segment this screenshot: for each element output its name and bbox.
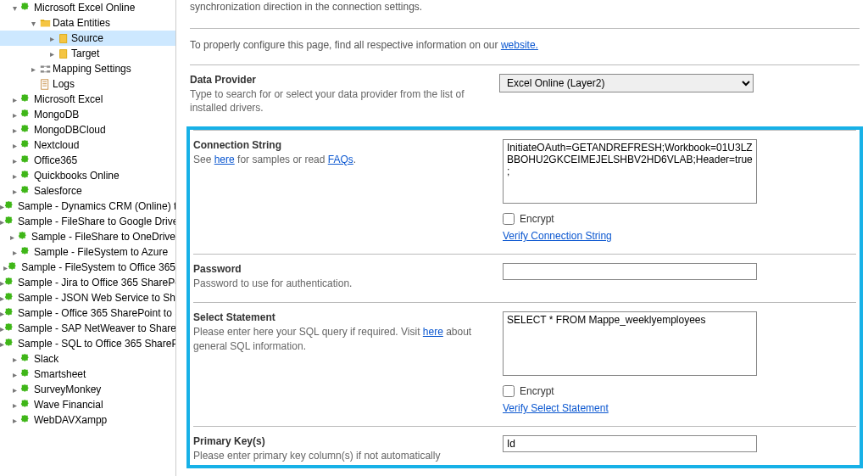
- chevron-right-icon[interactable]: ▸: [8, 156, 20, 165]
- chevron-down-icon[interactable]: ▾: [27, 19, 39, 28]
- tree-item-connector[interactable]: ▸Sample - FileSystem to Azure: [0, 244, 175, 260]
- tree-item-source[interactable]: ▸ Source: [0, 31, 175, 46]
- primary-key-input[interactable]: [503, 435, 757, 452]
- select-statement-input[interactable]: [503, 311, 757, 376]
- chevron-right-icon[interactable]: ▸: [8, 110, 20, 120]
- select-encrypt-checkbox[interactable]: [503, 385, 515, 397]
- section-connection-string: Connection String See here for samples o…: [193, 130, 856, 254]
- verify-connection-link[interactable]: Verify Connection String: [503, 230, 612, 242]
- chevron-right-icon[interactable]: ▸: [8, 370, 20, 379]
- chevron-right-icon[interactable]: ▸: [8, 187, 20, 196]
- website-link[interactable]: website.: [501, 39, 538, 51]
- chevron-right-icon[interactable]: ▸: [8, 385, 20, 395]
- puzzle-icon: [20, 353, 32, 365]
- tree-item-connector[interactable]: ▸Sample - FileSystem to Office 365: [0, 260, 175, 275]
- tree-item-target[interactable]: ▸ Target: [0, 46, 175, 61]
- puzzle-icon: [20, 399, 32, 411]
- select-title: Select Statement: [193, 311, 486, 323]
- tree-label: Quickbooks Online: [32, 170, 120, 182]
- datasource-icon: [58, 48, 70, 59]
- tree-item-connector[interactable]: ▸MongoDB: [0, 107, 175, 122]
- tree-label: Sample - SAP NetWeaver to SharePoint: [16, 322, 176, 334]
- svg-rect-2: [40, 65, 43, 67]
- nav-tree: ▾ Microsoft Excel Online ▾ Data Entities…: [0, 0, 176, 476]
- tree-item-connector[interactable]: ▸Sample - FileShare to Google Drive: [0, 214, 175, 229]
- connection-string-title: Connection String: [193, 139, 486, 151]
- puzzle-icon: [20, 124, 32, 136]
- select-here-link[interactable]: here: [423, 326, 443, 338]
- tree-label: Logs: [51, 78, 75, 90]
- verify-select-link[interactable]: Verify Select Statement: [503, 402, 609, 414]
- pk-desc: Please enter primary key column(s) if no…: [193, 449, 486, 462]
- tree-item-connector[interactable]: ▸Nextcloud: [0, 137, 175, 153]
- chevron-right-icon[interactable]: ▸: [46, 49, 58, 59]
- chevron-right-icon[interactable]: ▸: [8, 171, 20, 181]
- chevron-right-icon[interactable]: ▸: [8, 95, 20, 104]
- conn-here-link[interactable]: here: [214, 154, 235, 165]
- data-provider-title: Data Provider: [190, 74, 482, 86]
- tree-item-connector[interactable]: ▸Salesforce: [0, 183, 175, 199]
- select-desc: Please enter here your SQL query if requ…: [193, 325, 486, 352]
- puzzle-icon: [20, 170, 32, 182]
- chevron-right-icon[interactable]: ▸: [8, 416, 20, 425]
- section-password: Password Password to use for authenticat…: [193, 254, 856, 302]
- datasource-icon: [58, 32, 70, 44]
- tree-item-connector[interactable]: ▸Quickbooks Online: [0, 168, 175, 183]
- tree-item-connector[interactable]: ▸Slack: [0, 351, 175, 367]
- section-primary-key: Primary Key(s) Please enter primary key …: [193, 426, 856, 464]
- tree-item-logs[interactable]: Logs: [0, 76, 175, 92]
- tree-item-connector[interactable]: ▸Sample - FileShare to OneDrive: [0, 229, 175, 244]
- svg-rect-0: [59, 34, 66, 42]
- password-input[interactable]: [503, 263, 757, 280]
- tree-item-connector[interactable]: ▸WebDAVXampp: [0, 412, 175, 428]
- svg-rect-3: [47, 65, 50, 67]
- tree-item-excel-online[interactable]: ▾ Microsoft Excel Online: [0, 0, 175, 15]
- puzzle-icon: [20, 368, 32, 380]
- puzzle-icon: [20, 2, 32, 14]
- chevron-right-icon[interactable]: ▸: [46, 34, 58, 43]
- connection-string-input[interactable]: [503, 139, 757, 204]
- conn-encrypt-label: Encrypt: [520, 213, 554, 225]
- puzzle-icon: [20, 139, 32, 151]
- puzzle-icon: [4, 338, 16, 350]
- puzzle-icon: [20, 109, 32, 120]
- tree-item-connector[interactable]: ▸Sample - SAP NetWeaver to SharePoint: [0, 321, 175, 336]
- tree-item-connector[interactable]: ▸Wave Financial: [0, 397, 175, 412]
- tree-label: Sample - FileShare to OneDrive: [30, 231, 175, 243]
- tree-item-connector[interactable]: ▸Office365: [0, 153, 175, 168]
- tree-item-connector[interactable]: ▸Sample - JSON Web Service to SharePoint: [0, 290, 175, 305]
- chevron-right-icon[interactable]: ▸: [8, 400, 20, 410]
- tree-item-connector[interactable]: ▸Sample - Dynamics CRM (Online) to Share…: [0, 199, 175, 214]
- puzzle-icon: [4, 216, 16, 227]
- tree-item-connector[interactable]: ▸Smartsheet: [0, 367, 175, 382]
- chevron-right-icon[interactable]: ▸: [8, 126, 20, 135]
- chevron-right-icon[interactable]: ▸: [27, 64, 39, 74]
- tree-item-connector[interactable]: ▸SurveyMonkey: [0, 382, 175, 397]
- puzzle-icon: [20, 414, 32, 426]
- chevron-right-icon[interactable]: ▸: [8, 355, 20, 364]
- tree-label: Sample - FileShare to Google Drive: [16, 216, 176, 227]
- section-data-provider: Data Provider Type to search for or sele…: [190, 64, 860, 126]
- chevron-right-icon[interactable]: ▸: [8, 141, 20, 150]
- website-info: To properly configure this page, find al…: [190, 28, 860, 64]
- tree-item-connector[interactable]: ▸Sample - Jira to Office 365 SharePoint: [0, 275, 175, 290]
- svg-rect-6: [41, 79, 47, 88]
- tree-item-connector[interactable]: ▸Sample - Office 365 SharePoint to SQL: [0, 305, 175, 321]
- tree-label: Sample - JSON Web Service to SharePoint: [16, 292, 176, 304]
- tree-item-connector[interactable]: ▸Microsoft Excel: [0, 92, 175, 107]
- puzzle-icon: [4, 322, 16, 334]
- conn-encrypt-checkbox[interactable]: [503, 213, 515, 225]
- tree-item-connector[interactable]: ▸Sample - SQL to Office 365 SharePoint: [0, 336, 175, 351]
- puzzle-icon: [4, 200, 16, 212]
- chevron-right-icon[interactable]: ▸: [8, 248, 20, 257]
- tree-label: Office365: [32, 154, 77, 166]
- puzzle-icon: [20, 154, 32, 166]
- tree-item-connector[interactable]: ▸MongoDBCloud: [0, 122, 175, 137]
- tree-item-data-entities[interactable]: ▾ Data Entities: [0, 15, 175, 31]
- tree-item-mapping-settings[interactable]: ▸ Mapping Settings: [0, 61, 175, 76]
- tree-label: Data Entities: [51, 17, 110, 29]
- conn-faqs-link[interactable]: FAQs: [328, 154, 353, 165]
- data-provider-select[interactable]: Excel Online (Layer2): [499, 74, 754, 92]
- chevron-down-icon[interactable]: ▾: [8, 3, 20, 13]
- chevron-right-icon[interactable]: ▸: [8, 232, 18, 242]
